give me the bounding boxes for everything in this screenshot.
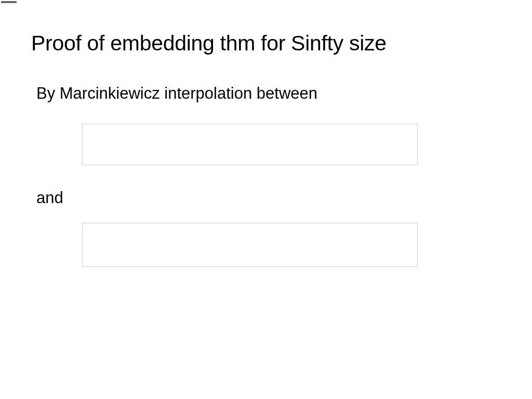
slide-title: Proof of embedding thm for Sinfty size xyxy=(31,31,501,56)
slide-container: Proof of embedding thm for Sinfty size B… xyxy=(0,0,532,267)
equation-placeholder-2 xyxy=(82,223,418,267)
equation-placeholder-1 xyxy=(82,124,418,165)
corner-mark xyxy=(1,1,17,3)
body-line-1: By Marcinkiewicz interpolation between xyxy=(31,84,501,103)
body-line-2: and xyxy=(31,189,501,207)
